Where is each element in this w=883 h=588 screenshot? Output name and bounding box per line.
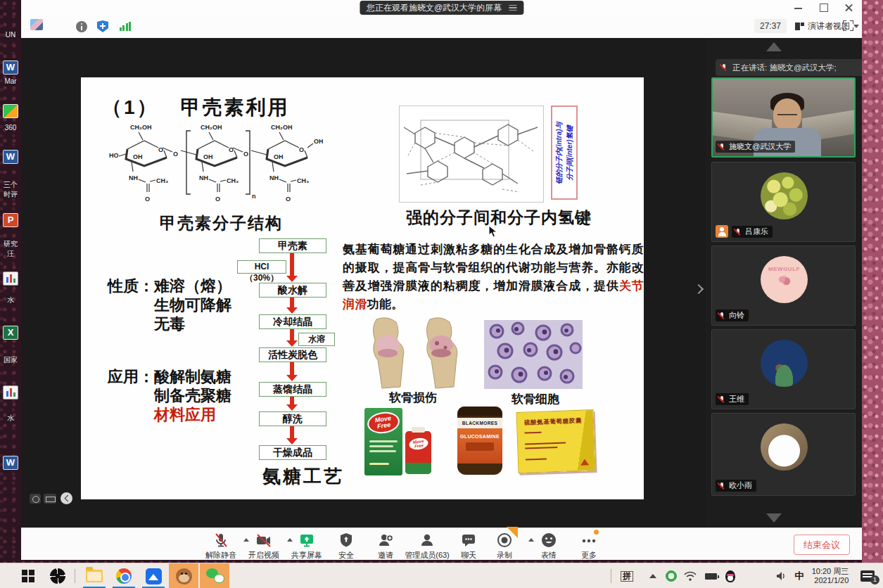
- taskbar-wechat[interactable]: [200, 563, 229, 588]
- screen-watching-banner[interactable]: 您正在观看施晓文@武汉大学的屏幕: [360, 1, 523, 15]
- desktop-icon-chart[interactable]: [3, 385, 18, 400]
- chem-label: CH₂OH: [271, 124, 293, 131]
- application-item-highlight: 材料应用: [154, 405, 231, 424]
- participant-tile-2[interactable]: MEWGULF 向铃: [711, 245, 856, 326]
- end-meeting-button[interactable]: 结束会议: [794, 535, 850, 555]
- window-titlebar: 您正在观看施晓文@武汉大学的屏幕: [21, 0, 862, 15]
- banner-menu-icon[interactable]: [509, 5, 516, 11]
- unmute-button[interactable]: 解除静音: [198, 532, 243, 561]
- properties-block: 性质： 难溶（熔） 生物可降解 无毒: [108, 276, 231, 333]
- taskbar-file-explorer[interactable]: [80, 563, 108, 588]
- chem-label: OH: [274, 153, 284, 160]
- mouse-cursor: [488, 225, 497, 238]
- flow-step: 酸水解: [259, 283, 326, 298]
- tray-divider: [611, 569, 611, 583]
- security-button[interactable]: 安全: [324, 532, 369, 561]
- 360-safe-icon: [666, 570, 677, 582]
- chem-label: O: [158, 146, 163, 153]
- record-button[interactable]: 录制: [482, 532, 527, 561]
- desktop-wallpaper-right: [862, 0, 883, 563]
- keyboard-icon[interactable]: [44, 494, 56, 504]
- flow-reagent: HCl（30%）: [237, 260, 286, 274]
- avatar: [761, 172, 808, 219]
- participant-tile-3[interactable]: 王维: [711, 329, 856, 409]
- tray-expand-chevron[interactable]: [644, 563, 661, 588]
- desktop-icon-word[interactable]: W: [3, 60, 18, 75]
- taskbar-360-browser[interactable]: [44, 563, 72, 588]
- chevron-left-icon[interactable]: [61, 492, 72, 504]
- more-button[interactable]: 更多: [566, 532, 611, 561]
- banner-text: 您正在观看施晓文@武汉大学的屏幕: [367, 2, 502, 14]
- flow-arrow: [290, 253, 294, 276]
- blackmores-brand: BLACKMORES: [457, 418, 502, 428]
- start-video-button[interactable]: 开启视频: [241, 532, 286, 561]
- info-icon[interactable]: [76, 21, 87, 32]
- property-item: 难溶（熔）: [154, 276, 231, 295]
- monkey-icon: [176, 568, 192, 584]
- paragraph-text: 功能。: [367, 298, 404, 311]
- fullscreen-icon[interactable]: [843, 20, 853, 31]
- taskbar-clock[interactable]: 10:20 周三 2021/1/20: [808, 563, 853, 588]
- application-item: 制备壳聚糖: [154, 386, 231, 405]
- emoji-button[interactable]: 表情: [526, 532, 571, 561]
- desktop-icon-chart[interactable]: [3, 271, 18, 286]
- reaction-emoji-icon[interactable]: [30, 494, 41, 504]
- chem-label: CH₃: [156, 177, 168, 184]
- meeting-infobar: 27:37 演讲者视图: [21, 15, 862, 38]
- participant-tile-1[interactable]: 吕康乐: [711, 162, 856, 242]
- minimize-button[interactable]: [792, 1, 806, 14]
- desktop-icon-excel[interactable]: X: [3, 326, 18, 340]
- network-signal-icon[interactable]: [120, 22, 131, 31]
- scroll-down-icon[interactable]: [766, 513, 782, 523]
- chevron-right-icon[interactable]: [694, 283, 704, 295]
- start-button[interactable]: [14, 563, 42, 588]
- maximize-button[interactable]: [817, 1, 831, 14]
- avatar: MEWGULF: [761, 256, 808, 303]
- desktop-icon-label: 汪: [0, 249, 21, 259]
- glucosamine-paragraph: 氨基葡萄糖通过刺激粘多糖的生化合成及增加骨骼钙质的摄取，提高骨与软骨组织的代谢功…: [343, 241, 644, 314]
- notification-badge: 1: [870, 575, 879, 584]
- participant-tile-4[interactable]: 欧小雨: [711, 413, 856, 496]
- chem-label: CH₃: [297, 177, 309, 184]
- close-button[interactable]: [842, 1, 856, 14]
- wechat-icon: [206, 568, 223, 584]
- cells-label: 软骨细胞: [512, 391, 559, 407]
- hand-raised-icon: [716, 225, 728, 238]
- taskbar-monkey-app[interactable]: [169, 563, 198, 588]
- chem-label: OH: [203, 153, 213, 160]
- flow-arrow: [290, 397, 294, 405]
- desktop-icon-label: 360: [0, 124, 21, 132]
- chevron-up-icon: [649, 574, 656, 578]
- language-indicator[interactable]: 中: [791, 563, 808, 588]
- desktop-icon-ppt[interactable]: P: [3, 213, 18, 227]
- notification-center[interactable]: 1: [857, 563, 878, 588]
- meeting-app-icon: [146, 568, 162, 584]
- camera-muted-icon: [255, 532, 272, 549]
- tray-battery[interactable]: [701, 563, 720, 588]
- chem-label: OH: [314, 138, 323, 145]
- mic-muted-icon: [718, 395, 726, 404]
- chem-label: O: [145, 196, 150, 203]
- tray-volume[interactable]: [773, 563, 791, 588]
- share-screen-button[interactable]: 共享屏幕: [284, 532, 329, 561]
- tray-wifi[interactable]: [681, 563, 699, 588]
- folder-icon: [86, 570, 103, 582]
- taskbar-chrome[interactable]: [110, 563, 138, 588]
- chevron-down-icon: [853, 25, 859, 28]
- taskbar-meeting-app[interactable]: [139, 563, 167, 588]
- desktop-icon-360[interactable]: [3, 104, 18, 118]
- ime-indicator[interactable]: 拼: [618, 563, 636, 588]
- scroll-up-icon[interactable]: [766, 42, 782, 51]
- tray-360-icon[interactable]: [663, 563, 680, 588]
- tray-qq[interactable]: [722, 563, 739, 588]
- hbond-note-line: 分子间(inter)氢键: [564, 108, 575, 197]
- speaker-video-tile[interactable]: 施晓文@武汉大学: [711, 77, 856, 158]
- desktop-icon-word[interactable]: W: [3, 456, 18, 470]
- desktop-icon-label: Mar: [0, 77, 21, 85]
- participant-name: 向铃: [729, 310, 744, 321]
- movefree-box: Move Free: [364, 408, 402, 475]
- desktop-icons-column: UN W Mar 360 W 三个 时评 P 研究 汪 水 X 国家 水 W: [0, 0, 21, 560]
- flow-side-note: 水溶: [298, 333, 335, 346]
- desktop-icon-word[interactable]: W: [3, 150, 18, 164]
- protection-shield-icon[interactable]: [97, 20, 108, 32]
